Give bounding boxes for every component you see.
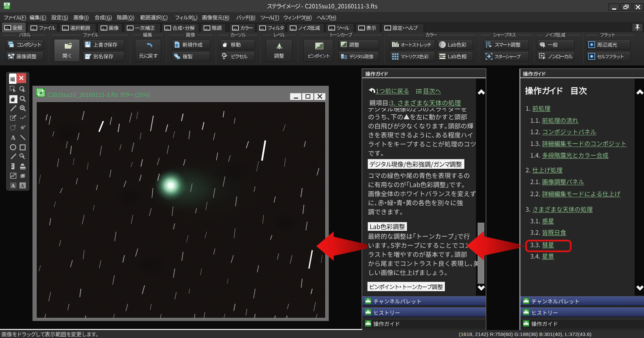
svg-text:SI: SI bbox=[367, 321, 370, 324]
svg-text:SI: SI bbox=[525, 298, 528, 301]
svg-text:SI: SI bbox=[367, 298, 370, 301]
svg-text:A: A bbox=[11, 183, 15, 188]
svg-text:SI: SI bbox=[5, 3, 8, 6]
svg-text:A: A bbox=[21, 183, 24, 188]
svg-text:SI: SI bbox=[525, 321, 528, 324]
svg-text:SI: SI bbox=[367, 309, 370, 312]
svg-text:SI: SI bbox=[525, 309, 528, 312]
svg-text:?: ? bbox=[223, 53, 225, 57]
svg-text:A: A bbox=[11, 134, 15, 141]
svg-text:?: ? bbox=[21, 154, 22, 157]
